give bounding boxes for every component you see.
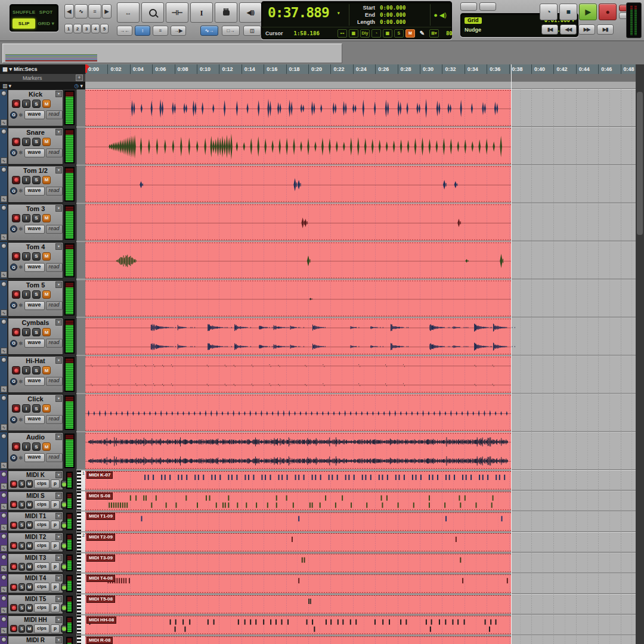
track-view-selector[interactable]: wave	[24, 377, 45, 386]
midi-keyboard-gutter[interactable]: 1	[76, 470, 85, 490]
track-collapse-button[interactable]	[1, 243, 7, 249]
track-collapse-button[interactable]	[1, 434, 7, 439]
chevron-down-icon[interactable]: ▾	[55, 357, 62, 364]
countoff-icon[interactable]: ◔	[371, 29, 381, 38]
add-marker-button[interactable]: +	[76, 75, 83, 81]
return-to-zero-button[interactable]: ▮◀	[541, 24, 558, 35]
track-view-selector[interactable]: wave	[24, 339, 45, 348]
ruler-cell[interactable]: 0:18	[286, 64, 308, 74]
ruler-cell[interactable]: 0:42	[553, 64, 575, 74]
input-monitor-button[interactable]: I	[22, 100, 30, 108]
ruler-cell[interactable]: 0:40	[531, 64, 553, 74]
mode-slip[interactable]: SLIP	[13, 18, 35, 29]
mute-button[interactable]: M	[26, 501, 33, 509]
midi-keyboard-gutter[interactable]	[76, 574, 85, 593]
record-arm-button[interactable]	[10, 542, 17, 549]
elastic-audio-icon[interactable]: ∿	[1, 196, 7, 202]
chevron-down-icon[interactable]: ▾	[55, 434, 62, 440]
input-monitor-button[interactable]: I	[22, 328, 30, 336]
automation-mode-button[interactable]: read	[46, 148, 63, 157]
zoom-preset-3[interactable]: 3	[82, 24, 91, 33]
output-button[interactable]: O	[10, 225, 17, 233]
freeze-icon[interactable]: ✱	[18, 417, 23, 423]
chevron-down-icon[interactable]: ▾	[55, 472, 62, 478]
track-collapse-button[interactable]	[1, 472, 7, 477]
zoom-preset-5[interactable]: 5	[100, 24, 109, 33]
chevron-down-icon[interactable]: ▾	[55, 534, 62, 540]
input-monitor-button[interactable]: I	[22, 442, 30, 451]
mute-button[interactable]: M	[42, 100, 51, 108]
freeze-icon[interactable]: ✱	[18, 379, 23, 385]
track-name[interactable]: MIDI S	[8, 493, 63, 499]
ruler-cell[interactable]: 0:30	[420, 64, 442, 74]
scrubber-tool[interactable]: ◀)))	[239, 2, 262, 23]
output-button[interactable]: O	[10, 149, 17, 156]
elastic-audio-icon[interactable]: ∿	[1, 271, 7, 278]
solo-button[interactable]: S	[18, 480, 25, 488]
clips-view-button[interactable]: clps	[34, 624, 49, 633]
track-view-selector[interactable]: wave	[24, 225, 45, 234]
output-button[interactable]: O	[10, 187, 17, 194]
chevron-down-icon[interactable]: ▾	[55, 243, 62, 250]
freeze-icon[interactable]: ✱	[18, 340, 23, 346]
patch-button[interactable]: p	[51, 562, 60, 571]
ruler-cell[interactable]: 0:04	[130, 64, 152, 74]
chevron-down-icon[interactable]: ▾	[55, 575, 62, 581]
track-collapse-button[interactable]	[1, 167, 7, 172]
freeze-icon[interactable]: ✱	[18, 112, 23, 118]
elastic-audio-icon[interactable]: ∿	[1, 607, 7, 614]
automation-mode-button[interactable]: read	[46, 263, 63, 272]
solo-button[interactable]: S	[18, 501, 25, 509]
track-view-selector[interactable]: wave	[24, 148, 45, 157]
track-view-selector[interactable]: wave	[24, 187, 45, 196]
elastic-audio-icon[interactable]: ∿	[1, 503, 7, 510]
elastic-audio-icon[interactable]: ∿	[1, 483, 7, 490]
track-view-selector[interactable]: wave	[24, 263, 45, 272]
ruler-cell[interactable]: 0:24	[353, 64, 375, 74]
track-collapse-button[interactable]	[1, 637, 7, 642]
solo-button[interactable]: S	[18, 604, 25, 612]
end-value[interactable]: 0:00.000	[380, 12, 405, 18]
solo-status-icon[interactable]: S	[394, 29, 404, 38]
output-button[interactable]: O	[10, 264, 17, 271]
patch-button[interactable]: p	[51, 624, 60, 633]
input-monitor-button[interactable]: I	[22, 404, 30, 413]
record-arm-button[interactable]	[10, 522, 17, 529]
track-collapse-button[interactable]	[1, 91, 7, 96]
ruler-cell[interactable]: 0:32	[442, 64, 464, 74]
mute-button[interactable]: M	[42, 138, 51, 146]
layered-editing-button[interactable]: ◫	[243, 26, 261, 36]
record-arm-button[interactable]	[12, 214, 20, 222]
trim-tool[interactable]: ⊣⊢	[166, 2, 188, 23]
output-button[interactable]: O	[10, 454, 17, 462]
record-arm-button[interactable]	[10, 625, 17, 632]
record-arm-button[interactable]	[12, 252, 20, 261]
solo-button[interactable]: S	[32, 442, 41, 451]
record-arm-button[interactable]	[12, 176, 20, 184]
mute-button[interactable]: M	[42, 176, 51, 184]
output-button[interactable]: O	[10, 340, 17, 347]
freeze-icon[interactable]: ✱	[18, 455, 23, 461]
elastic-audio-icon[interactable]: ∿	[1, 424, 7, 431]
automation-mode-button[interactable]: read	[46, 339, 63, 348]
track-collapse-button[interactable]	[1, 281, 7, 287]
ruler-cell[interactable]: 0:16	[264, 64, 286, 74]
chevron-down-icon[interactable]: ▾	[55, 493, 62, 499]
solo-button[interactable]: S	[18, 563, 25, 571]
solo-button[interactable]: S	[18, 625, 25, 633]
elastic-audio-icon[interactable]: ∿	[1, 386, 7, 392]
chevron-down-icon[interactable]: ▾	[55, 555, 62, 561]
mute-button[interactable]: M	[42, 214, 51, 222]
link-timeline-edit-button[interactable]: ≡	[153, 26, 168, 36]
start-value[interactable]: 0:00.000	[380, 5, 405, 11]
track-collapse-button[interactable]	[1, 357, 7, 363]
pre-roll-icon[interactable]: ⊷	[338, 29, 347, 38]
mute-button[interactable]: M	[42, 290, 51, 299]
record-arm-button[interactable]	[10, 501, 17, 508]
zoom-cluster-button[interactable]: ∿	[75, 4, 88, 18]
track-view-selector[interactable]: wave	[24, 453, 45, 462]
freeze-icon[interactable]: ✱	[18, 264, 23, 270]
edit-lanes-canvas[interactable]	[85, 82, 636, 644]
track-name[interactable]: Tom 1/2	[8, 167, 63, 174]
elastic-audio-icon[interactable]: ∿	[1, 119, 7, 126]
